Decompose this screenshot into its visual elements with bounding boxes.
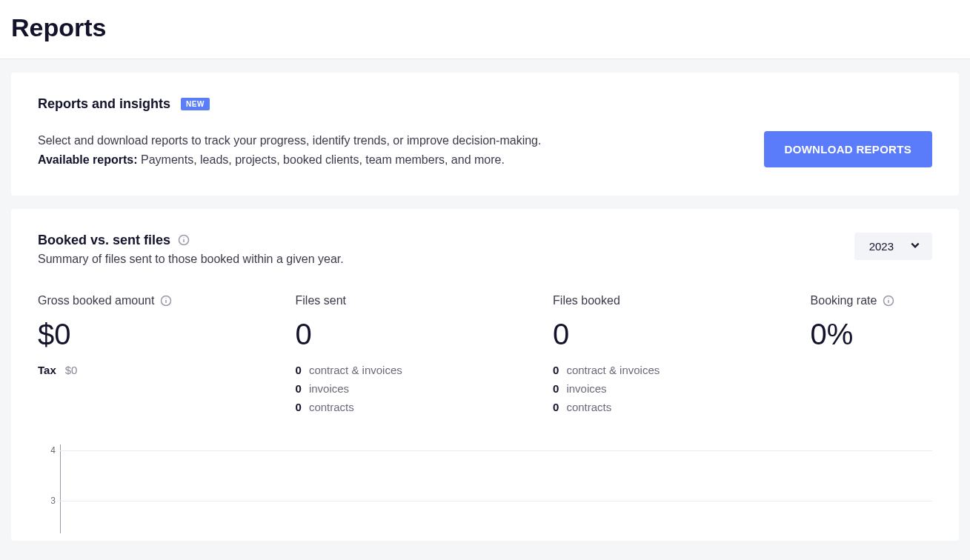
metric-booked: Files booked 0 0contract & invoices 0inv… [553,294,802,419]
booked-heading-text: Booked vs. sent files [38,233,170,248]
metrics-row: Gross booked amount $0 Tax $0 Files sent… [38,294,932,419]
chart-gridline-4 [60,450,932,451]
metric-rate-value: 0% [811,318,954,350]
count: 0 [296,364,302,376]
chart-y-axis [60,444,61,533]
booked-titles: Booked vs. sent files Summary of files s… [38,233,344,266]
name: contract & invoices [566,364,660,376]
count: 0 [553,364,559,376]
metric-gross-label-text: Gross booked amount [38,294,154,307]
info-icon[interactable] [883,295,894,307]
metric-gross-tax: Tax $0 [38,364,287,376]
name: contracts [566,401,611,413]
metric-sent-row-0: 0contract & invoices [296,364,545,376]
booked-heading: Booked vs. sent files [38,233,344,248]
metric-booked-value: 0 [553,318,802,350]
insights-card: Reports and insights NEW Select and down… [11,73,959,196]
insights-line2: Available reports: Payments, leads, proj… [38,150,541,170]
metric-rate: Booking rate 0% [811,294,954,419]
count: 0 [296,401,302,413]
metric-booked-row-1: 0invoices [553,382,802,395]
insights-line1: Select and download reports to track you… [38,131,541,150]
new-badge: NEW [181,98,210,110]
svg-point-5 [166,298,167,299]
booked-subtitle: Summary of files sent to those booked wi… [38,253,344,266]
insights-body: Select and download reports to track you… [38,131,932,170]
metric-sent: Files sent 0 0contract & invoices 0invoi… [296,294,545,419]
insights-heading: Reports and insights [38,96,170,112]
year-selected: 2023 [869,240,894,253]
metric-rate-label: Booking rate [811,294,954,307]
chart-ytick-4: 4 [38,445,56,456]
svg-point-2 [183,237,184,238]
tax-label: Tax [38,364,56,376]
tax-value: $0 [65,364,78,376]
chart-area: 4 3 [38,444,932,533]
info-icon[interactable] [178,234,190,246]
content: Reports and insights NEW Select and down… [0,73,970,541]
metric-sent-row-1: 0invoices [296,382,545,395]
name: invoices [309,382,349,395]
count: 0 [553,382,559,395]
count: 0 [553,401,559,413]
name: invoices [566,382,606,395]
metric-gross-label: Gross booked amount [38,294,287,307]
available-label: Available reports: [38,153,138,166]
chart-ytick-3: 3 [38,496,56,506]
info-icon[interactable] [160,295,172,307]
name: contract & invoices [309,364,402,376]
metric-sent-row-2: 0contracts [296,401,545,413]
metric-booked-label: Files booked [553,294,802,307]
metric-sent-value: 0 [296,318,545,350]
insights-text: Select and download reports to track you… [38,131,541,170]
metric-booked-row-0: 0contract & invoices [553,364,802,376]
booked-header: Booked vs. sent files Summary of files s… [38,233,932,266]
metric-booked-row-2: 0contracts [553,401,802,413]
count: 0 [296,382,302,395]
chart-gridline-3 [60,501,932,501]
metric-rate-label-text: Booking rate [811,294,877,307]
metric-gross-value: $0 [38,318,287,350]
metric-gross: Gross booked amount $0 Tax $0 [38,294,287,419]
page-header: Reports [0,0,970,59]
available-text: Payments, leads, projects, booked client… [138,153,505,166]
booked-card: Booked vs. sent files Summary of files s… [11,209,959,541]
insights-header: Reports and insights NEW [38,96,932,112]
page-title: Reports [11,13,959,42]
download-reports-button[interactable]: DOWNLOAD REPORTS [764,131,932,167]
chevron-down-icon [910,240,920,253]
name: contracts [309,401,354,413]
year-select[interactable]: 2023 [854,233,932,260]
metric-sent-label: Files sent [296,294,545,307]
svg-point-8 [888,298,889,299]
